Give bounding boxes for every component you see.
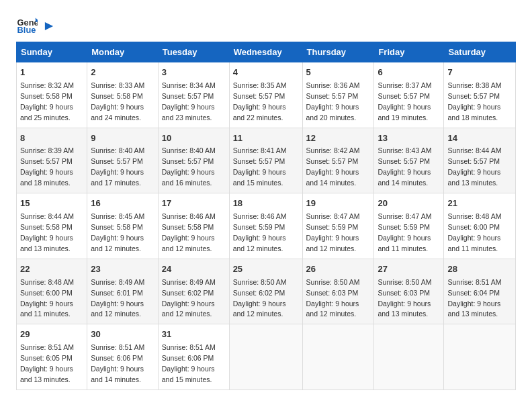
day-number: 31 [162, 328, 226, 341]
day-number: 13 [378, 132, 440, 145]
calendar-cell: 6Sunrise: 8:37 AMSunset: 5:57 PMDaylight… [374, 62, 444, 128]
calendar-cell [302, 324, 374, 390]
day-number: 1 [20, 66, 83, 79]
calendar-cell: 24Sunrise: 8:49 AMSunset: 6:02 PMDayligh… [158, 259, 229, 324]
calendar-cell: 11Sunrise: 8:41 AMSunset: 5:57 PMDayligh… [229, 128, 302, 193]
day-number: 3 [162, 66, 226, 79]
calendar-header: SundayMondayTuesdayWednesdayThursdayFrid… [17, 42, 516, 62]
page-header: General Blue [16, 13, 516, 35]
day-info: Sunrise: 8:51 AMSunset: 6:06 PMDaylight:… [162, 343, 216, 383]
day-number: 16 [91, 197, 154, 210]
day-info: Sunrise: 8:33 AMSunset: 5:58 PMDaylight:… [91, 81, 144, 122]
calendar-cell: 5Sunrise: 8:36 AMSunset: 5:57 PMDaylight… [302, 62, 374, 128]
calendar-header-friday: Friday [374, 42, 444, 62]
day-info: Sunrise: 8:47 AMSunset: 5:59 PMDaylight:… [306, 212, 360, 253]
day-info: Sunrise: 8:40 AMSunset: 5:57 PMDaylight:… [162, 146, 216, 187]
calendar-week-row: 8Sunrise: 8:39 AMSunset: 5:57 PMDaylight… [17, 128, 516, 193]
day-info: Sunrise: 8:50 AMSunset: 6:03 PMDaylight:… [306, 278, 360, 318]
day-info: Sunrise: 8:35 AMSunset: 5:57 PMDaylight:… [233, 81, 287, 122]
day-info: Sunrise: 8:45 AMSunset: 5:58 PMDaylight:… [91, 212, 144, 253]
day-info: Sunrise: 8:43 AMSunset: 5:57 PMDaylight:… [378, 146, 431, 187]
day-info: Sunrise: 8:36 AMSunset: 5:57 PMDaylight:… [306, 81, 360, 122]
day-info: Sunrise: 8:51 AMSunset: 6:04 PMDaylight:… [447, 278, 501, 318]
svg-text:Blue: Blue [17, 25, 36, 35]
day-number: 5 [306, 66, 371, 79]
day-info: Sunrise: 8:46 AMSunset: 5:59 PMDaylight:… [233, 212, 287, 253]
calendar-cell: 4Sunrise: 8:35 AMSunset: 5:57 PMDaylight… [229, 62, 302, 128]
calendar-header-tuesday: Tuesday [158, 42, 229, 62]
day-info: Sunrise: 8:50 AMSunset: 6:02 PMDaylight:… [233, 278, 287, 318]
day-number: 7 [447, 66, 512, 79]
calendar-cell: 25Sunrise: 8:50 AMSunset: 6:02 PMDayligh… [229, 259, 302, 324]
day-info: Sunrise: 8:46 AMSunset: 5:58 PMDaylight:… [162, 212, 216, 253]
calendar-cell: 30Sunrise: 8:51 AMSunset: 6:06 PMDayligh… [87, 324, 159, 390]
day-info: Sunrise: 8:38 AMSunset: 5:57 PMDaylight:… [447, 81, 501, 122]
day-info: Sunrise: 8:50 AMSunset: 6:03 PMDaylight:… [378, 278, 431, 318]
day-info: Sunrise: 8:49 AMSunset: 6:01 PMDaylight:… [91, 278, 144, 318]
day-info: Sunrise: 8:37 AMSunset: 5:57 PMDaylight:… [378, 81, 431, 122]
calendar-week-row: 22Sunrise: 8:48 AMSunset: 6:00 PMDayligh… [17, 259, 516, 324]
calendar-cell: 1Sunrise: 8:32 AMSunset: 5:58 PMDaylight… [17, 62, 87, 128]
day-number: 8 [20, 132, 83, 145]
day-info: Sunrise: 8:41 AMSunset: 5:57 PMDaylight:… [233, 146, 287, 187]
day-number: 2 [91, 66, 154, 79]
calendar-cell: 19Sunrise: 8:47 AMSunset: 5:59 PMDayligh… [302, 193, 374, 259]
day-number: 11 [233, 132, 299, 145]
calendar-week-row: 29Sunrise: 8:51 AMSunset: 6:05 PMDayligh… [17, 324, 516, 390]
day-info: Sunrise: 8:48 AMSunset: 6:00 PMDaylight:… [20, 278, 74, 318]
day-number: 4 [233, 66, 299, 79]
day-info: Sunrise: 8:44 AMSunset: 5:58 PMDaylight:… [20, 212, 74, 253]
calendar-week-row: 1Sunrise: 8:32 AMSunset: 5:58 PMDaylight… [17, 62, 516, 128]
calendar-cell: 7Sunrise: 8:38 AMSunset: 5:57 PMDaylight… [444, 62, 516, 128]
day-number: 17 [162, 197, 226, 210]
logo: General Blue [16, 13, 56, 35]
day-info: Sunrise: 8:49 AMSunset: 6:02 PMDaylight:… [162, 278, 216, 318]
calendar-cell: 3Sunrise: 8:34 AMSunset: 5:57 PMDaylight… [158, 62, 229, 128]
calendar-header-sunday: Sunday [17, 42, 87, 62]
day-number: 12 [306, 132, 371, 145]
day-number: 9 [91, 132, 154, 145]
svg-marker-3 [45, 22, 53, 30]
calendar-cell: 29Sunrise: 8:51 AMSunset: 6:05 PMDayligh… [17, 324, 87, 390]
day-number: 14 [447, 132, 512, 145]
calendar-cell: 16Sunrise: 8:45 AMSunset: 5:58 PMDayligh… [87, 193, 159, 259]
day-info: Sunrise: 8:40 AMSunset: 5:57 PMDaylight:… [91, 146, 144, 187]
day-info: Sunrise: 8:47 AMSunset: 5:59 PMDaylight:… [378, 212, 431, 253]
calendar-cell: 22Sunrise: 8:48 AMSunset: 6:00 PMDayligh… [17, 259, 87, 324]
calendar-cell [444, 324, 516, 390]
calendar-cell: 23Sunrise: 8:49 AMSunset: 6:01 PMDayligh… [87, 259, 159, 324]
day-info: Sunrise: 8:48 AMSunset: 6:00 PMDaylight:… [447, 212, 501, 253]
calendar-cell: 2Sunrise: 8:33 AMSunset: 5:58 PMDaylight… [87, 62, 159, 128]
calendar-cell: 26Sunrise: 8:50 AMSunset: 6:03 PMDayligh… [302, 259, 374, 324]
calendar-header-wednesday: Wednesday [229, 42, 302, 62]
calendar-cell: 9Sunrise: 8:40 AMSunset: 5:57 PMDaylight… [87, 128, 159, 193]
calendar-header-thursday: Thursday [302, 42, 374, 62]
day-number: 22 [20, 263, 83, 276]
calendar-cell [229, 324, 302, 390]
day-number: 25 [233, 263, 299, 276]
calendar-cell: 12Sunrise: 8:42 AMSunset: 5:57 PMDayligh… [302, 128, 374, 193]
day-info: Sunrise: 8:51 AMSunset: 6:06 PMDaylight:… [91, 343, 144, 383]
day-number: 10 [162, 132, 226, 145]
calendar-header-saturday: Saturday [444, 42, 516, 62]
day-info: Sunrise: 8:34 AMSunset: 5:57 PMDaylight:… [162, 81, 216, 122]
day-info: Sunrise: 8:44 AMSunset: 5:57 PMDaylight:… [447, 146, 501, 187]
day-number: 29 [20, 328, 83, 341]
calendar-table: SundayMondayTuesdayWednesdayThursdayFrid… [16, 42, 516, 390]
day-info: Sunrise: 8:39 AMSunset: 5:57 PMDaylight:… [20, 146, 74, 187]
day-number: 6 [378, 66, 440, 79]
calendar-cell: 28Sunrise: 8:51 AMSunset: 6:04 PMDayligh… [444, 259, 516, 324]
day-number: 15 [20, 197, 83, 210]
calendar-cell: 17Sunrise: 8:46 AMSunset: 5:58 PMDayligh… [158, 193, 229, 259]
calendar-cell: 10Sunrise: 8:40 AMSunset: 5:57 PMDayligh… [158, 128, 229, 193]
logo-arrow-icon [42, 19, 56, 34]
calendar-cell: 27Sunrise: 8:50 AMSunset: 6:03 PMDayligh… [374, 259, 444, 324]
day-number: 30 [91, 328, 154, 341]
day-number: 23 [91, 263, 154, 276]
calendar-cell: 20Sunrise: 8:47 AMSunset: 5:59 PMDayligh… [374, 193, 444, 259]
logo-icon: General Blue [16, 13, 38, 35]
day-number: 28 [447, 263, 512, 276]
calendar-cell: 18Sunrise: 8:46 AMSunset: 5:59 PMDayligh… [229, 193, 302, 259]
day-number: 27 [378, 263, 440, 276]
day-info: Sunrise: 8:42 AMSunset: 5:57 PMDaylight:… [306, 146, 360, 187]
